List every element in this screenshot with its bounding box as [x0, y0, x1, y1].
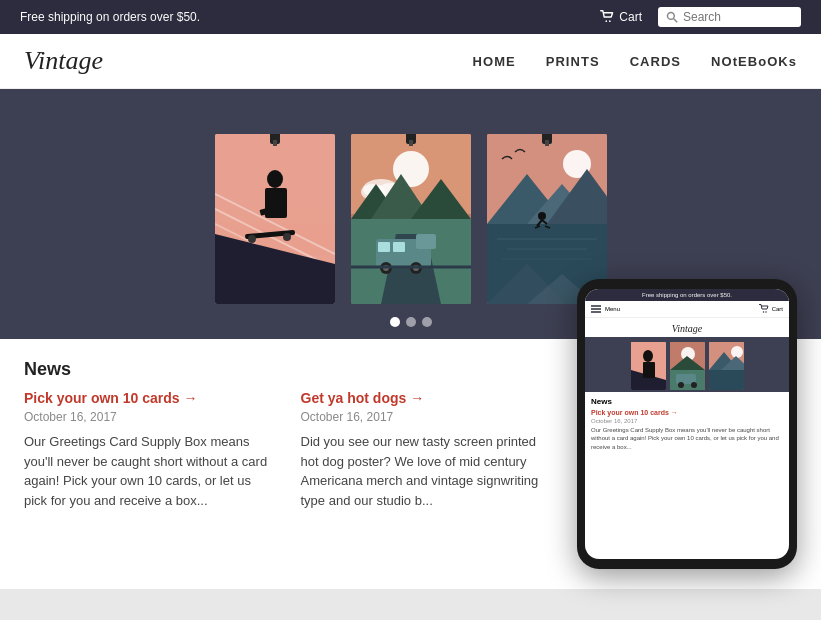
- svg-point-71: [731, 346, 743, 358]
- svg-point-67: [678, 382, 684, 388]
- news-section-left: News Pick your own 10 cards → October 16…: [24, 359, 271, 569]
- content-area: News Pick your own 10 cards → October 16…: [0, 339, 821, 589]
- svg-rect-30: [393, 242, 405, 252]
- svg-point-60: [643, 350, 653, 362]
- phone-cart-label: Cart: [772, 306, 783, 312]
- svg-point-57: [765, 311, 767, 313]
- search-input[interactable]: [683, 10, 793, 24]
- svg-point-9: [267, 170, 283, 188]
- phone-content: News Pick your own 10 cards → October 16…: [585, 392, 789, 456]
- dot-1[interactable]: [390, 317, 400, 327]
- clip-3: [542, 134, 552, 144]
- camper-art: [351, 134, 471, 304]
- news-date-1: October 16, 2017: [24, 410, 271, 424]
- svg-point-2: [668, 13, 675, 20]
- phone-logo: Vintage: [672, 323, 702, 334]
- menu-icon: [591, 305, 601, 313]
- svg-point-48: [538, 212, 546, 220]
- nav-item-home[interactable]: HOME: [473, 52, 516, 70]
- phone-logo-area: Vintage: [585, 318, 789, 337]
- news-link-1[interactable]: Pick your own 10 cards →: [24, 390, 271, 406]
- phone-menu-label: Menu: [605, 306, 620, 312]
- poster-2-art: [351, 134, 471, 304]
- phone-poster-2: [670, 342, 705, 390]
- phone-topbar: Free shipping on orders over $50.: [585, 289, 789, 301]
- phone-news-heading: News: [591, 397, 783, 406]
- svg-point-68: [691, 382, 697, 388]
- site-logo[interactable]: Vintage: [24, 46, 103, 76]
- phone-poster-1: [631, 342, 666, 390]
- svg-line-3: [674, 19, 678, 23]
- phone-cart: Cart: [759, 304, 783, 314]
- phone-screen: Free shipping on orders over $50. Menu: [585, 289, 789, 559]
- news-link-2[interactable]: Get ya hot dogs →: [301, 390, 548, 406]
- nav-item-notebooks[interactable]: NOtEBoOKs: [711, 52, 797, 70]
- phone-poster-2-art: [670, 342, 705, 390]
- phone-mockup: Free shipping on orders over $50. Menu: [577, 279, 797, 569]
- phone-poster-3-art: [709, 342, 744, 390]
- poster-1: [215, 134, 335, 304]
- poster-3-art: [487, 134, 607, 304]
- news-heading: News: [24, 359, 271, 380]
- svg-rect-74: [709, 370, 744, 390]
- announcement-bar: Free shipping on orders over $50. Cart: [0, 0, 821, 34]
- svg-rect-29: [378, 242, 390, 252]
- nav-item-cards[interactable]: CARDS: [630, 52, 681, 70]
- phone-menu: Menu: [591, 305, 620, 313]
- topbar-right: Cart: [600, 7, 801, 27]
- clip-2: [406, 134, 416, 144]
- phone-news-date: October 16, 2017: [591, 418, 783, 424]
- search-box[interactable]: [658, 7, 801, 27]
- news-section-right: News Get ya hot dogs → October 16, 2017 …: [301, 359, 548, 569]
- news-text-2: Did you see our new tasty screen printed…: [301, 432, 548, 510]
- poster-3: [487, 134, 607, 304]
- announcement-text: Free shipping on orders over $50.: [20, 10, 600, 24]
- svg-rect-61: [643, 362, 655, 378]
- svg-point-15: [283, 233, 291, 241]
- news-date-2: October 16, 2017: [301, 410, 548, 424]
- svg-point-56: [762, 311, 764, 313]
- cart-button[interactable]: Cart: [600, 10, 642, 24]
- phone-news-text: Our Greetings Card Supply Box means you'…: [591, 426, 783, 451]
- nav-links: HOME PRINTS CARDS NOtEBoOKs: [473, 52, 797, 70]
- svg-rect-28: [416, 234, 436, 249]
- cart-icon: [600, 10, 614, 24]
- phone-poster-1-art: [631, 342, 666, 390]
- news-text-1: Our Greetings Card Supply Box means you'…: [24, 432, 271, 510]
- dot-2[interactable]: [406, 317, 416, 327]
- skateboarder-art: [215, 134, 335, 304]
- phone-poster-3: [709, 342, 744, 390]
- poster-2: [351, 134, 471, 304]
- cart-label: Cart: [619, 10, 642, 24]
- phone-nav: Menu Cart: [585, 301, 789, 318]
- svg-point-0: [606, 20, 608, 22]
- mountains-art: [487, 134, 607, 304]
- svg-point-1: [609, 20, 611, 22]
- slider-dots: [390, 317, 432, 327]
- poster-1-art: [215, 134, 335, 304]
- clip-1: [270, 134, 280, 144]
- hero-images: [215, 114, 607, 314]
- phone-hero: [585, 337, 789, 392]
- phone-news-link: Pick your own 10 cards →: [591, 409, 783, 416]
- phone-cart-icon: [759, 304, 769, 314]
- main-nav: Vintage HOME PRINTS CARDS NOtEBoOKs: [0, 34, 821, 89]
- svg-point-14: [248, 235, 256, 243]
- nav-item-prints[interactable]: PRINTS: [546, 52, 600, 70]
- dot-3[interactable]: [422, 317, 432, 327]
- search-icon: [666, 11, 678, 23]
